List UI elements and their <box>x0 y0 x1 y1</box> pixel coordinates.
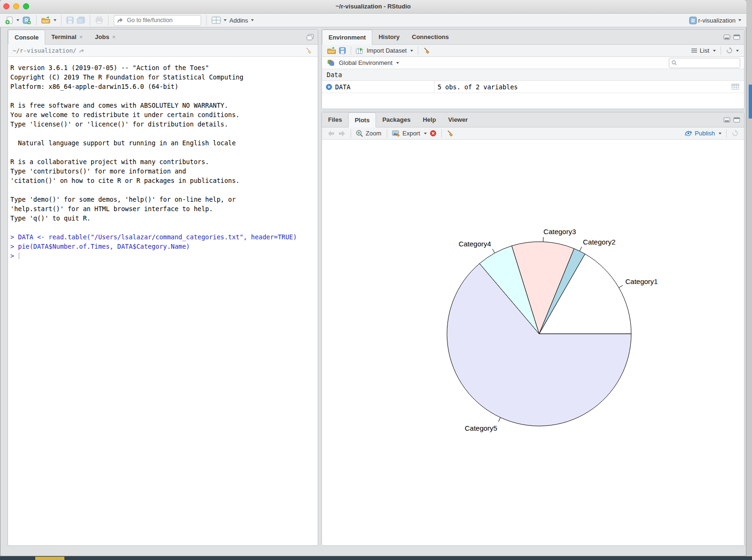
console-line <box>10 223 315 232</box>
environment-search-input[interactable] <box>679 59 737 67</box>
expand-object-icon[interactable] <box>326 84 332 90</box>
search-icon <box>672 60 677 65</box>
zoom-plot-button[interactable]: Zoom <box>356 130 382 137</box>
previous-plot-arrow-icon[interactable] <box>327 130 335 137</box>
tab-plots[interactable]: Plots <box>348 112 376 127</box>
go-to-file-search[interactable] <box>114 15 201 26</box>
save-button[interactable] <box>66 16 74 24</box>
rstudio-window: ~/r-visualization - RStudio R <box>0 0 746 556</box>
addins-menu[interactable]: Addins <box>229 17 254 24</box>
console-line <box>10 129 315 138</box>
chevron-down-icon <box>713 50 716 52</box>
console-line: Type 'q()' to quit R. <box>10 213 315 223</box>
r-project-cube-icon: R <box>689 16 697 24</box>
plot-svg: Category1Category2Category3Category4Cate… <box>322 140 744 545</box>
pane-layout-button[interactable] <box>212 16 227 24</box>
tab-label: Help <box>423 116 436 123</box>
toolbar-separator <box>108 15 109 25</box>
chevron-down-icon <box>396 62 399 64</box>
list-view-menu[interactable]: List <box>691 47 716 54</box>
refresh-plot-icon[interactable] <box>731 130 739 137</box>
chevron-down-icon <box>738 19 741 21</box>
toolbar-separator <box>61 15 62 25</box>
minimize-pane-icon[interactable] <box>723 117 730 123</box>
import-dataset-button[interactable]: Import Dataset <box>356 47 413 54</box>
toolbar-separator <box>726 129 727 138</box>
console-line: Type 'demo()' for some demos, 'help()' f… <box>10 195 315 204</box>
environment-object-row[interactable]: DATA 5 obs. of 2 variables <box>322 81 744 93</box>
export-image-icon <box>392 130 400 137</box>
background-window-fragment <box>749 85 752 118</box>
svg-text:R: R <box>691 18 695 23</box>
tab-environment[interactable]: Environment <box>322 30 372 45</box>
open-file-button[interactable] <box>41 16 56 24</box>
console-pane: Console Terminal × Jobs × ~/r-v <box>8 29 318 546</box>
next-plot-arrow-icon[interactable] <box>338 130 346 137</box>
maximize-pane-icon[interactable] <box>733 34 740 40</box>
toolbar-separator <box>721 47 721 55</box>
main-toolbar: R <box>0 14 746 27</box>
clear-all-plots-broom-icon[interactable] <box>446 130 454 137</box>
print-button[interactable] <box>95 16 103 24</box>
tab-label: Packages <box>382 116 410 123</box>
new-file-icon <box>5 16 14 24</box>
new-project-button[interactable]: R <box>22 16 31 24</box>
chevron-down-icon <box>719 133 721 134</box>
title-bar[interactable]: ~/r-visualization - RStudio <box>0 0 746 14</box>
close-tab-icon[interactable]: × <box>79 33 83 40</box>
minimize-pane-icon[interactable] <box>723 34 730 40</box>
console-line: Type 'license()' or 'licence()' for dist… <box>10 119 315 129</box>
maximize-pane-icon[interactable] <box>733 117 740 123</box>
environment-search-box[interactable] <box>669 58 740 68</box>
console-line: 'help.start()' for an HTML browser inter… <box>10 204 315 213</box>
tab-connections[interactable]: Connections <box>406 30 455 44</box>
tab-packages[interactable]: Packages <box>376 112 416 127</box>
plots-tabbar: Files Plots Packages Help Viewer <box>322 112 744 127</box>
clear-console-broom-icon[interactable] <box>306 47 313 55</box>
screenshot-root: ~/r-visualization - RStudio R <box>0 0 752 560</box>
go-to-file-input[interactable] <box>126 16 198 24</box>
addins-label: Addins <box>229 17 248 24</box>
publish-plot-menu[interactable]: Publish <box>684 130 721 137</box>
environment-pane: Environment History Connections <box>321 29 744 109</box>
load-workspace-icon[interactable] <box>327 47 336 54</box>
tab-files[interactable]: Files <box>322 112 348 127</box>
go-to-directory-arrow-icon[interactable] <box>79 48 85 53</box>
save-icon <box>66 16 74 24</box>
object-summary: 5 obs. of 2 variables <box>435 83 731 91</box>
tab-jobs[interactable]: Jobs × <box>89 30 122 44</box>
save-workspace-icon[interactable] <box>339 47 346 54</box>
working-directory-path: ~/r-visualization/ <box>13 47 76 54</box>
refresh-environment-button[interactable] <box>726 47 739 54</box>
project-menu[interactable]: R r-visualization <box>689 16 741 24</box>
new-file-button[interactable] <box>5 16 19 24</box>
pie-label-tick <box>498 418 500 422</box>
close-tab-icon[interactable]: × <box>112 33 116 40</box>
tab-history[interactable]: History <box>372 30 406 44</box>
console-output[interactable]: R version 3.6.1 (2019-07-05) -- "Action … <box>8 57 318 260</box>
object-name: DATA <box>335 83 351 91</box>
tab-console[interactable]: Console <box>8 30 45 45</box>
console-line: Copyright (C) 2019 The R Foundation for … <box>10 72 315 82</box>
remove-plot-icon[interactable] <box>430 130 437 137</box>
view-data-grid-icon[interactable] <box>731 84 739 90</box>
save-all-button[interactable] <box>77 16 85 24</box>
console-line: Type 'contributors()' for more informati… <box>10 166 315 176</box>
environment-section-header: Data <box>322 69 744 81</box>
background-window-fragment <box>35 557 64 560</box>
tab-help[interactable]: Help <box>416 112 442 127</box>
tab-label: Terminal <box>51 33 76 40</box>
console-line: > pie(DATA$Number.of.Times, DATA$Categor… <box>10 242 315 251</box>
tab-viewer[interactable]: Viewer <box>442 112 474 127</box>
tab-terminal[interactable]: Terminal × <box>45 30 89 44</box>
restore-panes-icon[interactable] <box>306 34 314 40</box>
console-line: 'citation()' on how to cite R or R packa… <box>10 176 315 185</box>
toolbar-separator <box>418 47 418 55</box>
clear-environment-broom-icon[interactable] <box>423 47 431 55</box>
environment-tabbar: Environment History Connections <box>322 30 744 45</box>
plots-toolbar: Zoom Export <box>322 127 744 140</box>
environment-scope-menu[interactable]: Global Environment <box>338 59 399 66</box>
plot-canvas[interactable]: Category1Category2Category3Category4Cate… <box>322 140 744 545</box>
export-plot-menu[interactable]: Export <box>392 130 427 137</box>
environment-toolbar: Import Dataset List <box>322 45 744 57</box>
